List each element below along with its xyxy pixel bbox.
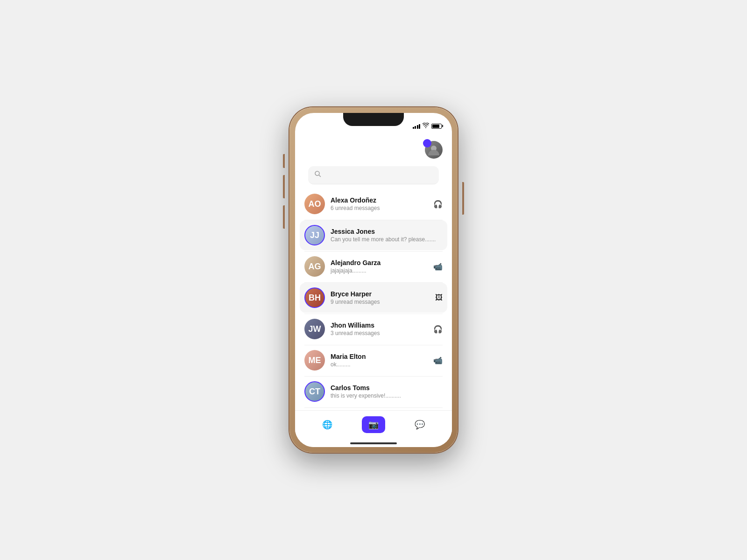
avatar-initials: AO: [304, 194, 325, 214]
wifi-icon: [423, 123, 429, 130]
user-avatar-button[interactable]: [425, 141, 443, 159]
message-item-carlos[interactable]: CT Carlos Toms this is very expensive!..…: [300, 377, 447, 406]
nav-item-globe[interactable]: 🌐: [316, 416, 339, 433]
message-type-icon-maria: 📹: [433, 356, 443, 365]
messages-list: AO Alexa Ordoñez 6 unread messages 🎧 JJ …: [295, 189, 452, 410]
status-icons: [413, 123, 442, 130]
search-bar[interactable]: [308, 166, 439, 184]
message-info-alejandro: Alejandro Garza jajajajaja.........: [331, 259, 430, 274]
side-button-vol-up: [283, 175, 285, 198]
message-info-jessica: Jessica Jones Can you tell me more about…: [331, 228, 443, 243]
search-wrapper: [295, 163, 452, 189]
avatar-bryce: BH: [304, 287, 325, 308]
avatar-alexa: AO: [304, 194, 325, 214]
phone-frame: AO Alexa Ordoñez 6 unread messages 🎧 JJ …: [289, 107, 458, 453]
svg-point-1: [315, 171, 319, 175]
avatar-initials: JW: [304, 319, 325, 339]
message-preview-maria: ok.........: [331, 361, 430, 368]
message-info-bryce: Bryce Harper 9 unread messages: [331, 290, 431, 305]
avatar-initials: JJ: [305, 226, 324, 245]
contact-name-carlos: Carlos Toms: [331, 384, 443, 392]
app-header: [295, 133, 452, 163]
notification-badge: [423, 139, 431, 147]
avatar-initials: CT: [305, 382, 324, 401]
notch: [343, 113, 404, 126]
message-preview-carlos: this is very expensive!..........: [331, 392, 443, 399]
contact-name-alexa: Alexa Ordoñez: [331, 196, 430, 204]
avatar-initials: AG: [304, 256, 325, 277]
side-button-power: [462, 182, 464, 215]
message-info-jhon: Jhon Williams 3 unread messages: [331, 322, 430, 336]
avatar-initials: BH: [305, 288, 324, 307]
contact-name-alejandro: Alejandro Garza: [331, 259, 430, 266]
signal-icon: [413, 123, 421, 129]
contact-name-bryce: Bryce Harper: [331, 290, 431, 298]
avatar-alejandro: AG: [304, 256, 325, 277]
message-type-icon-alejandro: 📹: [433, 262, 443, 271]
side-button-mute: [283, 154, 285, 168]
message-type-icon-alexa: 🎧: [433, 200, 443, 209]
message-info-alexa: Alexa Ordoñez 6 unread messages: [331, 196, 430, 211]
contact-name-maria: Maria Elton: [331, 353, 430, 360]
avatar-maria: ME: [304, 350, 325, 371]
message-info-carlos: Carlos Toms this is very expensive!.....…: [331, 384, 443, 399]
message-preview-jhon: 3 unread messages: [331, 330, 430, 336]
app-content: AO Alexa Ordoñez 6 unread messages 🎧 JJ …: [295, 133, 452, 447]
message-item-jessica[interactable]: JJ Jessica Jones Can you tell me more ab…: [300, 220, 447, 250]
message-item-alejandro[interactable]: AG Alejandro Garza jajajajaja......... 📹: [300, 252, 447, 281]
message-info-maria: Maria Elton ok.........: [331, 353, 430, 368]
bottom-navigation: 🌐📷💬: [295, 410, 452, 442]
message-item-jhon[interactable]: JW Jhon Williams 3 unread messages 🎧: [300, 314, 447, 344]
avatar-jessica: JJ: [304, 225, 325, 245]
nav-item-chat[interactable]: 💬: [408, 416, 431, 433]
side-button-vol-down: [283, 205, 285, 229]
message-item-bryce[interactable]: BH Bryce Harper 9 unread messages 🖼: [300, 283, 447, 313]
contact-name-jessica: Jessica Jones: [331, 228, 443, 235]
avatar-initials: ME: [304, 350, 325, 371]
search-icon: [315, 171, 321, 179]
contact-name-jhon: Jhon Williams: [331, 322, 430, 329]
message-item-mia[interactable]: ME Mia Evans 5 unread messages 🎧: [300, 408, 447, 410]
phone-screen: AO Alexa Ordoñez 6 unread messages 🎧 JJ …: [295, 113, 452, 447]
message-preview-bryce: 9 unread messages: [331, 299, 431, 305]
nav-item-camera[interactable]: 📷: [362, 416, 385, 433]
message-preview-jessica: Can you tell me more about it? please...…: [331, 236, 443, 243]
message-preview-alejandro: jajajajaja.........: [331, 267, 430, 274]
message-type-icon-jhon: 🎧: [433, 325, 443, 334]
message-item-maria[interactable]: ME Maria Elton ok......... 📹: [300, 345, 447, 375]
message-item-alexa[interactable]: AO Alexa Ordoñez 6 unread messages 🎧: [300, 189, 447, 219]
home-indicator: [350, 442, 397, 444]
message-type-icon-bryce: 🖼: [435, 294, 443, 302]
avatar-carlos: CT: [304, 381, 325, 402]
battery-icon: [431, 124, 442, 129]
avatar-jhon: JW: [304, 319, 325, 339]
message-preview-alexa: 6 unread messages: [331, 205, 430, 211]
